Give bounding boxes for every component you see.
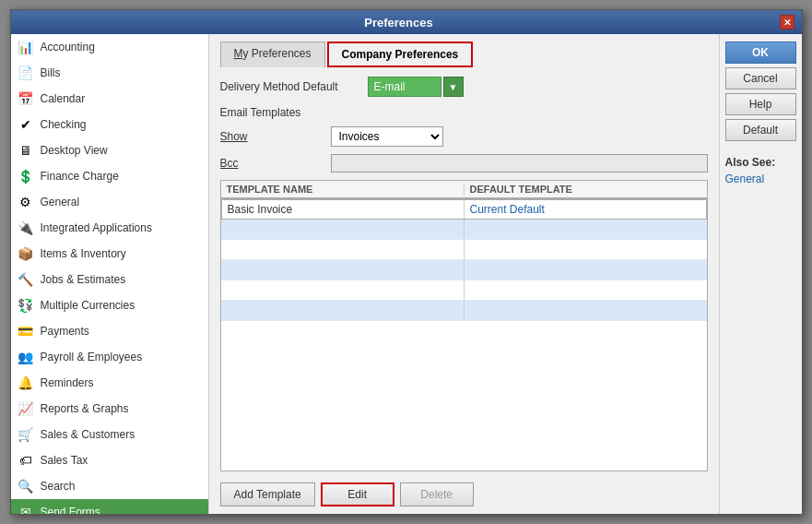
sidebar-item-integrated-apps[interactable]: 🔌Integrated Applications [11,215,208,241]
cancel-button[interactable]: Cancel [725,67,796,89]
search-icon: 🔍 [17,477,35,495]
delete-button[interactable]: Delete [400,482,474,506]
sidebar-item-label-payments: Payments [41,325,89,338]
sidebar-item-label-items-inventory: Items & Inventory [41,247,126,260]
cell-template-name [221,280,465,300]
sidebar-item-desktop-view[interactable]: 🖥Desktop View [11,137,208,163]
preferences-dialog: Preferences ✕ 📊Accounting📄Bills📅Calendar… [10,9,803,515]
show-dropdown[interactable]: Invoices Estimates Sales Orders Statemen… [331,126,443,147]
cell-default-template [465,220,707,239]
sidebar-item-bills[interactable]: 📄Bills [11,60,208,86]
jobs-estimates-icon: 🔨 [17,270,35,289]
sidebar-item-label-reminders: Reminders [41,376,94,389]
delivery-method-row: Delivery Method Default E-mail ▼ [220,77,708,97]
edit-button[interactable]: Edit [321,482,394,506]
delivery-method-arrow[interactable]: ▼ [443,77,464,97]
close-button[interactable]: ✕ [780,15,794,30]
sidebar-item-finance-charge[interactable]: 💲Finance Charge [11,163,208,189]
cell-template-name [221,240,465,259]
sidebar-item-multiple-currencies[interactable]: 💱Multiple Currencies [11,292,208,318]
table-row[interactable] [221,240,707,260]
sidebar-item-reminders[interactable]: 🔔Reminders [11,370,208,396]
default-button[interactable]: Default [725,119,796,141]
sales-customers-icon: 🛒 [17,425,35,444]
calendar-icon: 📅 [17,89,35,108]
help-button[interactable]: Help [725,93,796,115]
sidebar-item-label-bills: Bills [41,66,61,79]
dialog-body: 📊Accounting📄Bills📅Calendar✔Checking🖥Desk… [11,34,802,514]
table-body: Basic InvoiceCurrent Default [221,199,707,470]
bcc-input[interactable] [331,154,708,173]
table-row[interactable] [221,301,707,321]
sidebar-item-accounting[interactable]: 📊Accounting [11,34,208,60]
sidebar-item-label-desktop-view: Desktop View [41,144,108,157]
sidebar-item-sales-tax[interactable]: 🏷Sales Tax [11,447,208,473]
sidebar-item-reports-graphs[interactable]: 📈Reports & Graphs [11,396,208,422]
template-table: TEMPLATE NAME DEFAULT TEMPLATE Basic Inv… [220,180,708,471]
sidebar-item-jobs-estimates[interactable]: 🔨Jobs & Estimates [11,267,208,292]
bottom-buttons: Add Template Edit Delete [220,482,708,506]
tab-company-preferences-label: Company Preferences [342,48,459,61]
delivery-method-dropdown[interactable]: E-mail [368,77,441,97]
table-row[interactable] [221,260,707,280]
show-select[interactable]: Invoices Estimates Sales Orders Statemen… [332,129,442,144]
sidebar-item-label-multiple-currencies: Multiple Currencies [41,299,135,312]
sidebar-item-label-general: General [41,196,80,208]
add-template-button[interactable]: Add Template [220,482,315,506]
sidebar-item-label-calendar: Calendar [41,92,86,105]
cell-template-name [221,301,465,320]
sidebar-item-sales-customers[interactable]: 🛒Sales & Customers [11,422,208,447]
tab-my-preferences-label: My Preferences [234,47,312,60]
sidebar-item-calendar[interactable]: 📅Calendar [11,86,208,112]
also-see-general-link[interactable]: General [725,173,765,185]
title-bar: Preferences ✕ [11,10,802,34]
ok-button[interactable]: OK [725,42,796,64]
bills-icon: 📄 [17,64,35,82]
main-content: My Preferences Company Preferences Deliv… [209,34,719,514]
reports-graphs-icon: 📈 [17,399,35,418]
sidebar-item-send-forms[interactable]: ✉Send Forms [11,499,208,514]
tab-company-preferences[interactable]: Company Preferences [327,42,474,67]
sidebar-item-label-jobs-estimates: Jobs & Estimates [41,273,126,286]
send-forms-icon: ✉ [17,503,35,514]
cell-default-template [465,301,707,320]
also-see-title: Also See: [725,156,796,169]
cell-template-name: Basic Invoice [222,200,465,219]
table-row[interactable] [221,280,707,301]
delivery-method-label: Delivery Method Default [220,80,368,93]
sidebar-item-items-inventory[interactable]: 📦Items & Inventory [11,241,208,267]
email-templates-label: Email Templates [220,106,708,119]
show-label: Show [220,130,257,143]
sidebar-item-general[interactable]: ⚙General [11,189,208,215]
sidebar-item-label-integrated-apps: Integrated Applications [41,221,152,234]
sidebar-item-label-checking: Checking [41,118,87,131]
table-header: TEMPLATE NAME DEFAULT TEMPLATE [221,181,707,199]
cell-default-template [465,240,707,259]
tab-my-preferences[interactable]: My Preferences [220,42,325,67]
sidebar-item-label-sales-tax: Sales Tax [41,454,88,467]
integrated-apps-icon: 🔌 [17,219,35,237]
table-row[interactable] [221,220,707,240]
table-row[interactable]: Basic InvoiceCurrent Default [221,199,707,220]
reminders-icon: 🔔 [17,374,35,392]
show-row: Show Invoices Estimates Sales Orders Sta… [220,126,708,147]
cell-template-name [221,260,465,280]
sidebar-item-checking[interactable]: ✔Checking [11,112,208,137]
finance-charge-icon: 💲 [17,167,35,185]
general-icon: ⚙ [17,193,35,211]
sidebar-item-payments[interactable]: 💳Payments [11,318,208,344]
checking-icon: ✔ [17,115,35,134]
tabs-bar: My Preferences Company Preferences [220,42,708,67]
accounting-icon: 📊 [17,38,35,56]
cell-template-name [221,220,465,239]
sidebar-item-payroll-employees[interactable]: 👥Payroll & Employees [11,344,208,370]
right-panel: OK Cancel Help Default Also See: General [719,34,802,514]
sidebar-item-label-finance-charge: Finance Charge [41,170,119,183]
bcc-row: Bcc [220,154,708,173]
cell-default-template [465,260,707,280]
sidebar-item-search[interactable]: 🔍Search [11,473,208,499]
sales-tax-icon: 🏷 [17,451,35,470]
cell-default-template[interactable]: Current Default [465,200,706,219]
sidebar: 📊Accounting📄Bills📅Calendar✔Checking🖥Desk… [11,34,209,514]
bcc-label: Bcc [220,157,257,170]
